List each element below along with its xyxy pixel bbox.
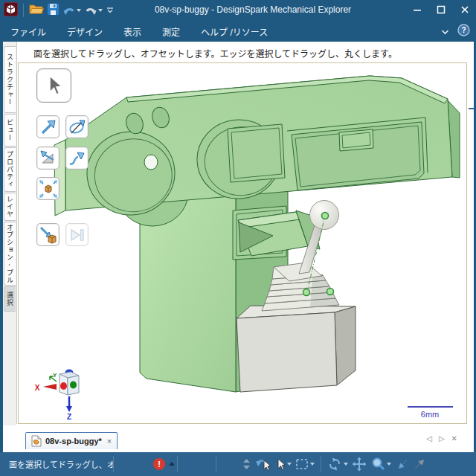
zoom-tool-icon[interactable] (370, 457, 391, 472)
spinner-icon[interactable] (242, 457, 251, 471)
draft-icon (39, 149, 58, 167)
vertex-marker[interactable] (303, 289, 310, 296)
customize-toolbar-icon[interactable] (106, 4, 115, 17)
document-tab-label: 08v-sp-buggy* (45, 437, 102, 446)
pull-arrow-icon (39, 118, 57, 136)
minimize-button[interactable] (409, 3, 425, 16)
select-cursor-icon[interactable] (275, 457, 292, 471)
scale-bar: 6mm (408, 407, 453, 419)
status-separator (321, 456, 321, 472)
undo-icon[interactable] (62, 4, 81, 17)
model-through-hole[interactable] (144, 155, 158, 170)
warning-icon[interactable]: ! (153, 458, 165, 470)
up-to-icon (39, 225, 58, 245)
model-shifter-pedestal[interactable] (237, 306, 356, 392)
zoom-dropdown-caret[interactable] (387, 463, 391, 466)
status-separator (177, 456, 178, 472)
toolbar-separator (23, 4, 24, 17)
side-tab-strip: ストラクチャー ビュー プロパティ レイヤ オプション - プル 選択 (3, 42, 17, 425)
status-separator (113, 456, 114, 472)
maximize-button[interactable] (433, 3, 449, 16)
sidebar-tab-view[interactable]: ビュー (4, 114, 16, 147)
window-title: 08v-sp-buggy - DesignSpark Mechanical Ex… (134, 4, 372, 15)
hint-bar: 面を選択してドラッグし、オフセットします。エッジを選択してドラッグし、丸くします… (33, 47, 457, 60)
sidebar-tab-options-pull[interactable]: オプション - プル (4, 222, 16, 286)
sidebar-tab-selection[interactable]: 選択 (4, 286, 16, 312)
pan-tool-icon[interactable] (352, 457, 367, 472)
sidebar-tab-structure[interactable]: ストラクチャー (4, 46, 16, 113)
undo-dropdown-caret[interactable] (77, 9, 81, 12)
tab-close-icon[interactable]: ✕ (451, 434, 457, 443)
svg-text:Y: Y (53, 372, 57, 379)
sidebar-tab-layers[interactable]: レイヤ (4, 193, 16, 221)
go-to-next-button[interactable] (65, 223, 89, 246)
menu-tab-file[interactable]: ファイル (0, 21, 57, 42)
svg-text:?: ? (461, 26, 466, 34)
design-canvas[interactable]: X Y Z 6mm (18, 62, 467, 424)
revolve-button[interactable] (65, 115, 89, 138)
status-message: 面を選択してドラッグし、オ (9, 458, 113, 470)
close-button[interactable] (457, 3, 473, 16)
draft-button[interactable] (36, 147, 60, 170)
select-restore-icon[interactable] (255, 457, 271, 472)
previous-view-icon[interactable] (395, 457, 410, 471)
splitter-tick[interactable] (469, 108, 475, 109)
box-select-dropdown-caret[interactable] (310, 463, 315, 466)
design-file-icon (31, 435, 42, 447)
vertex-marker[interactable] (322, 213, 329, 219)
svg-text:6mm: 6mm (421, 410, 439, 419)
select-dropdown-caret[interactable] (287, 463, 292, 466)
menu-tab-help[interactable]: ヘルプ /リソース (190, 21, 278, 42)
svg-text:Z: Z (67, 413, 71, 421)
up-to-button[interactable] (36, 223, 60, 246)
help-icon[interactable]: ? (457, 24, 470, 39)
redo-dropdown-caret[interactable] (98, 9, 103, 12)
collapse-ribbon-chevron-icon[interactable] (440, 25, 450, 39)
cursor-arrow-icon (44, 74, 65, 97)
menu-tab-display[interactable]: 表示 (113, 21, 152, 42)
menu-bar: ファイル デザイン 表示 測定 ヘルプ /リソース (0, 21, 476, 42)
status-separator (216, 456, 216, 472)
spin-tool-icon[interactable] (327, 457, 348, 472)
app-logo-icon[interactable] (4, 2, 18, 19)
open-folder-icon[interactable] (29, 3, 44, 18)
document-tab-close-icon[interactable]: × (107, 437, 112, 446)
warning-caret-icon[interactable] (169, 462, 175, 466)
select-tool-button[interactable] (36, 68, 71, 103)
next-view-icon[interactable] (414, 457, 428, 471)
window-controls (409, 3, 473, 16)
save-icon[interactable] (47, 3, 60, 19)
full-pull-icon (39, 179, 58, 199)
document-tab-bar: 08v-sp-buggy* × ◁ ▷ ✕ (16, 424, 474, 452)
svg-text:X: X (35, 384, 40, 392)
menu-tab-design[interactable]: デザイン (57, 21, 113, 42)
sweep-icon (68, 149, 87, 167)
revolve-icon (68, 118, 87, 136)
sidebar-tab-properties[interactable]: プロパティ (4, 147, 16, 192)
spin-dropdown-caret[interactable] (344, 463, 348, 466)
box-select-icon[interactable] (295, 457, 315, 471)
skip-next-icon (68, 226, 87, 244)
quick-access-toolbar (0, 2, 115, 19)
menu-tab-measure[interactable]: 測定 (152, 21, 190, 42)
document-tab[interactable]: 08v-sp-buggy* × (25, 432, 118, 449)
redo-icon[interactable] (84, 4, 103, 17)
tab-scroll-left-icon[interactable]: ◁ (426, 434, 432, 443)
model-square-recess[interactable] (228, 124, 285, 182)
orientation-triad[interactable]: X Y Z (35, 370, 79, 422)
tab-scroll-right-icon[interactable]: ▷ (439, 434, 445, 443)
pull-direction-button[interactable] (36, 115, 60, 138)
vertex-marker[interactable] (327, 289, 334, 295)
sweep-button[interactable] (65, 147, 89, 170)
full-pull-button[interactable] (36, 177, 60, 200)
